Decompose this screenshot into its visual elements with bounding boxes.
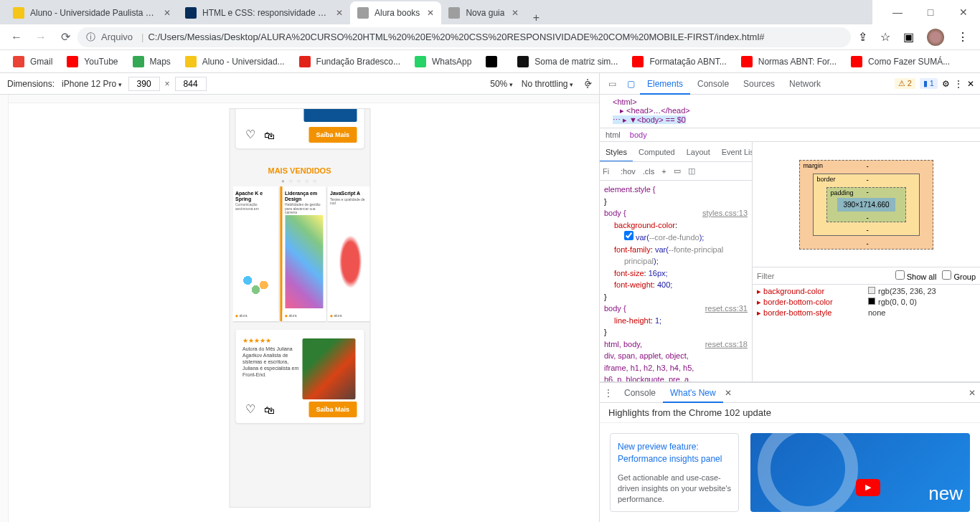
book-item[interactable]: Apache K e SpringComunicação assíncrona … xyxy=(232,186,278,321)
cls-toggle[interactable]: .cls xyxy=(643,167,655,176)
bookmark-item[interactable]: Maps xyxy=(126,56,178,67)
tab-console[interactable]: Console xyxy=(690,73,736,95)
toggle-icon[interactable]: ◫ xyxy=(688,166,695,176)
inspect-icon[interactable]: ▭ xyxy=(603,79,621,89)
bookmark-item[interactable]: Formatação ABNT... xyxy=(625,56,733,67)
close-icon[interactable]: ✕ xyxy=(967,79,974,89)
bookmarks-bar: GmailYouTubeMapsAluno - Universidad...Fu… xyxy=(0,50,980,73)
browser-tab[interactable]: Alura books✕ xyxy=(350,1,441,24)
height-input[interactable] xyxy=(175,77,207,91)
device-mode-icon[interactable]: ▢ xyxy=(621,79,640,89)
bookmark-item[interactable]: Soma de matriz sim... xyxy=(510,56,625,67)
gear-icon[interactable]: ⚙ xyxy=(942,79,950,89)
close-window-button[interactable]: ✕ xyxy=(947,6,980,18)
drawer-tab-whatsnew[interactable]: What's New xyxy=(663,383,723,403)
subtab-layout[interactable]: Layout xyxy=(681,148,716,156)
browser-tab[interactable]: Nova guia✕ xyxy=(441,1,526,24)
carousel-dots[interactable]: ● ○ ○ ○ ○ xyxy=(230,178,369,184)
computed-row[interactable]: ▸ border-bottom-stylenone xyxy=(757,308,976,318)
subtab-listeners[interactable]: Event Listeners xyxy=(716,148,752,156)
kebab-menu-icon[interactable]: ⋮ xyxy=(604,388,613,398)
menu-icon[interactable]: ⋮ xyxy=(957,30,969,44)
browser-tab[interactable]: Aluno - Universidade Paulista - U✕ xyxy=(6,1,178,24)
bookmark-item[interactable]: Como Fazer SUMÁ... xyxy=(844,56,957,67)
book-title: JavaScript A xyxy=(327,186,369,198)
saiba-mais-button[interactable]: Saiba Mais xyxy=(308,402,357,417)
heart-icon[interactable]: ♡ xyxy=(245,402,255,416)
styles-filter-input[interactable] xyxy=(603,167,617,176)
computed-row[interactable]: ▸ background-colorrgb(235, 236, 23 xyxy=(757,286,976,297)
issues-badge[interactable]: ▮ 1 xyxy=(920,78,938,89)
kebab-menu-icon[interactable]: ⋮ xyxy=(582,77,593,90)
saiba-mais-button[interactable]: Saiba Mais xyxy=(308,127,357,143)
book-carousel[interactable]: Apache K e SpringComunicação assíncrona … xyxy=(230,186,369,323)
whats-new-video[interactable]: ▶ new xyxy=(750,433,970,512)
computed-list[interactable]: ▸ background-colorrgb(235, 236, 23▸ bord… xyxy=(753,285,980,381)
tab-sources[interactable]: Sources xyxy=(736,73,782,95)
reload-button[interactable]: ⟳ xyxy=(53,25,77,49)
close-icon[interactable]: ✕ xyxy=(164,8,171,18)
minimize-button[interactable]: — xyxy=(881,6,914,18)
close-icon[interactable]: ✕ xyxy=(427,8,434,18)
throttle-select[interactable]: No throttling xyxy=(517,79,578,89)
close-icon[interactable]: ✕ xyxy=(969,388,976,398)
show-all-checkbox[interactable] xyxy=(895,270,905,280)
subtab-styles[interactable]: Styles xyxy=(600,142,633,162)
play-icon[interactable]: ▶ xyxy=(856,479,880,496)
dom-node[interactable]: <html> xyxy=(613,98,637,106)
bookmark-star-icon[interactable]: ☆ xyxy=(880,30,890,44)
crumb-body[interactable]: body xyxy=(630,130,647,139)
device-frame[interactable]: ♡ 🛍 Saiba Mais MAIS VENDIDOS ● ○ ○ ○ ○ A… xyxy=(230,109,369,507)
width-input[interactable] xyxy=(128,77,160,91)
device-select[interactable]: iPhone 12 Pro xyxy=(57,79,126,89)
forward-button[interactable]: → xyxy=(29,25,53,49)
kebab-menu-icon[interactable]: ⋮ xyxy=(954,79,963,89)
tab-elements[interactable]: Elements xyxy=(640,73,690,95)
drawer-tab-console[interactable]: Console xyxy=(617,388,663,398)
bag-icon[interactable]: 🛍 xyxy=(264,404,275,416)
book-item[interactable]: Liderança em DesignHabilidades de gestão… xyxy=(280,186,326,321)
maximize-button[interactable]: □ xyxy=(914,6,947,18)
computed-filter-input[interactable] xyxy=(757,272,891,280)
dom-node[interactable]: ▸ <head>…</head> xyxy=(620,106,690,115)
bookmark-item[interactable]: Aluno - Universidad... xyxy=(178,56,292,67)
plus-icon[interactable]: + xyxy=(661,167,666,176)
css-rules[interactable]: element.style { } styles.css:13body { ba… xyxy=(600,181,752,381)
whats-new-link[interactable]: New preview feature: Performance insight… xyxy=(618,441,731,465)
dom-breadcrumb[interactable]: html body xyxy=(600,128,980,142)
dom-node-selected[interactable]: ⋯ ▸ ▼<body> == $0 xyxy=(613,115,686,124)
bookmark-item[interactable] xyxy=(479,56,510,67)
warnings-badge[interactable]: ⚠ 2 xyxy=(895,78,915,89)
whats-new-card[interactable]: New preview feature: Performance insight… xyxy=(610,433,739,512)
book-item[interactable]: JavaScript ATestes e qualidade de cód◆ a… xyxy=(327,186,369,321)
computed-icon[interactable]: ▭ xyxy=(674,166,681,176)
profile-avatar[interactable] xyxy=(927,29,944,46)
computed-row[interactable]: ▸ border-bottom-colorrgb(0, 0, 0) xyxy=(757,297,976,308)
address-bar[interactable]: ⓘ Arquivo | C:/Users/Messias/Desktop/ALU… xyxy=(77,27,851,47)
bookmark-item[interactable]: Normas ABNT: For... xyxy=(734,56,844,67)
back-button[interactable]: ← xyxy=(4,25,29,49)
close-icon[interactable]: ✕ xyxy=(512,8,519,18)
bookmark-item[interactable]: Fundação Bradesco... xyxy=(292,56,407,67)
bookmark-item[interactable]: YouTube xyxy=(60,56,125,67)
bag-icon[interactable]: 🛍 xyxy=(264,129,275,141)
zoom-select[interactable]: 50% xyxy=(486,79,517,89)
box-model[interactable]: margin-- border-- padding-- 390×1714.660 xyxy=(753,142,980,267)
subtab-computed[interactable]: Computed xyxy=(633,148,681,156)
share-icon[interactable]: ⇪ xyxy=(858,30,867,44)
close-icon[interactable]: ✕ xyxy=(336,8,343,18)
rule-checkbox[interactable] xyxy=(624,231,633,240)
tab-network[interactable]: Network xyxy=(782,73,828,95)
close-icon[interactable]: ✕ xyxy=(725,388,732,398)
new-tab-button[interactable]: + xyxy=(526,11,546,24)
bookmark-item[interactable]: Gmail xyxy=(6,56,60,67)
bookmark-item[interactable]: WhatsApp xyxy=(407,56,479,67)
crumb-html[interactable]: html xyxy=(606,130,621,139)
heart-icon[interactable]: ♡ xyxy=(245,128,255,141)
dom-tree[interactable]: <html> ▸ <head>…</head> ⋯ ▸ ▼<body> == $… xyxy=(600,95,980,128)
browser-tab[interactable]: HTML e CSS: responsividade com✕ xyxy=(178,1,350,24)
info-icon[interactable]: ⓘ xyxy=(86,31,95,44)
group-checkbox[interactable] xyxy=(942,270,951,280)
extensions-icon[interactable]: ▣ xyxy=(903,30,914,44)
hov-toggle[interactable]: :hov xyxy=(621,167,636,176)
